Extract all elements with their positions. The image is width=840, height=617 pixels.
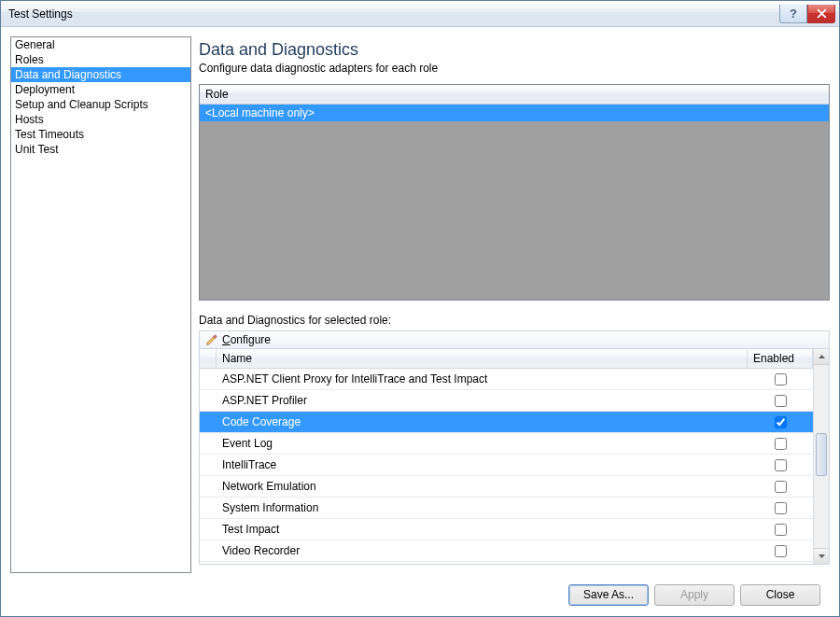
adapter-enabled-cell bbox=[748, 438, 813, 450]
titlebar[interactable]: Test Settings ? bbox=[1, 1, 839, 27]
main-panel: Data and Diagnostics Configure data diag… bbox=[199, 36, 830, 573]
adapters-grid: Name Enabled ASP.NET Client Proxy for In… bbox=[199, 348, 830, 565]
adapter-name: Video Recorder bbox=[217, 544, 748, 557]
configure-button[interactable]: Configure bbox=[222, 333, 271, 346]
adapter-enabled-cell bbox=[748, 545, 813, 557]
adapter-row[interactable]: Video Recorder bbox=[200, 540, 813, 562]
adapter-enabled-checkbox[interactable] bbox=[775, 502, 787, 514]
adapter-enabled-cell bbox=[748, 373, 813, 386]
page-subtitle: Configure data diagnostic adapters for e… bbox=[199, 62, 830, 75]
dialog-footer: Save As... Apply Close bbox=[10, 573, 830, 616]
pencil-icon bbox=[205, 333, 218, 346]
adapter-row[interactable]: Network Emulation bbox=[200, 476, 813, 498]
help-button[interactable]: ? bbox=[779, 5, 807, 23]
adapter-row[interactable]: ASP.NET Profiler bbox=[200, 390, 813, 412]
window-title: Test Settings bbox=[8, 7, 779, 21]
main-header: Data and Diagnostics Configure data diag… bbox=[199, 36, 830, 84]
close-button[interactable]: Close bbox=[740, 584, 820, 606]
adapter-enabled-checkbox[interactable] bbox=[775, 373, 787, 386]
grid-corner bbox=[200, 349, 217, 368]
scrollbar-thumb[interactable] bbox=[816, 433, 827, 476]
apply-button[interactable]: Apply bbox=[654, 584, 735, 606]
adapter-enabled-checkbox[interactable] bbox=[775, 438, 787, 450]
content-split: GeneralRolesData and DiagnosticsDeployme… bbox=[10, 36, 830, 573]
adapter-row[interactable]: Test Impact bbox=[200, 519, 813, 540]
dialog-window: Test Settings ? GeneralRolesData and Dia… bbox=[0, 0, 840, 617]
adapter-enabled-checkbox[interactable] bbox=[775, 481, 787, 493]
nav-item-setup-and-cleanup-scripts[interactable]: Setup and Cleanup Scripts bbox=[11, 97, 190, 112]
scroll-up-button[interactable] bbox=[814, 349, 829, 365]
column-enabled[interactable]: Enabled bbox=[748, 349, 813, 368]
adapter-name: ASP.NET Client Proxy for IntelliTrace an… bbox=[217, 372, 748, 386]
nav-item-deployment[interactable]: Deployment bbox=[11, 82, 190, 97]
adapter-name: IntelliTrace bbox=[217, 458, 748, 471]
adapter-enabled-checkbox[interactable] bbox=[775, 395, 787, 407]
adapter-row[interactable]: ASP.NET Client Proxy for IntelliTrace an… bbox=[200, 369, 813, 390]
adapter-row[interactable]: System Information bbox=[200, 498, 813, 519]
adapters-grid-inner: Name Enabled ASP.NET Client Proxy for In… bbox=[200, 349, 813, 564]
adapter-name: Test Impact bbox=[217, 523, 748, 536]
adapter-enabled-cell bbox=[748, 502, 813, 514]
adapter-enabled-checkbox[interactable] bbox=[775, 459, 787, 471]
close-window-button[interactable] bbox=[807, 5, 835, 23]
vertical-scrollbar[interactable] bbox=[813, 349, 829, 564]
adapter-enabled-cell bbox=[748, 416, 813, 428]
grid-header: Name Enabled bbox=[200, 349, 813, 369]
adapter-row[interactable]: Code Coverage bbox=[200, 412, 813, 433]
adapter-enabled-cell bbox=[748, 459, 813, 471]
nav-item-hosts[interactable]: Hosts bbox=[11, 112, 190, 127]
nav-item-data-and-diagnostics[interactable]: Data and Diagnostics bbox=[11, 67, 190, 82]
adapter-name: Network Emulation bbox=[217, 480, 748, 493]
chevron-up-icon bbox=[819, 355, 825, 358]
nav-item-general[interactable]: General bbox=[11, 37, 190, 52]
role-column-header[interactable]: Role bbox=[200, 85, 829, 105]
titlebar-buttons: ? bbox=[779, 5, 835, 23]
adapters-section-label: Data and Diagnostics for selected role: bbox=[199, 314, 830, 327]
save-as-button[interactable]: Save As... bbox=[568, 584, 649, 606]
adapter-enabled-cell bbox=[748, 524, 813, 536]
grid-body: ASP.NET Client Proxy for IntelliTrace an… bbox=[200, 369, 813, 562]
adapter-row[interactable]: IntelliTrace bbox=[200, 455, 813, 476]
adapter-name: Code Coverage bbox=[217, 415, 748, 428]
page-title: Data and Diagnostics bbox=[199, 40, 830, 60]
adapter-name: ASP.NET Profiler bbox=[217, 394, 748, 407]
scroll-down-button[interactable] bbox=[814, 548, 829, 564]
close-icon bbox=[817, 8, 827, 19]
adapter-enabled-cell bbox=[748, 481, 813, 493]
adapter-row[interactable]: Event Log bbox=[200, 433, 813, 455]
client-area: GeneralRolesData and DiagnosticsDeployme… bbox=[1, 27, 839, 616]
role-list: Role <Local machine only> bbox=[199, 84, 830, 301]
nav-item-roles[interactable]: Roles bbox=[11, 52, 190, 67]
nav-item-test-timeouts[interactable]: Test Timeouts bbox=[11, 127, 190, 142]
configure-toolbar: Configure bbox=[199, 330, 830, 348]
category-list[interactable]: GeneralRolesData and DiagnosticsDeployme… bbox=[10, 36, 191, 573]
chevron-down-icon bbox=[819, 554, 825, 558]
help-icon: ? bbox=[790, 7, 797, 21]
adapter-enabled-cell bbox=[748, 395, 813, 407]
role-row-selected[interactable]: <Local machine only> bbox=[200, 105, 829, 121]
adapter-name: System Information bbox=[217, 501, 748, 514]
adapter-enabled-checkbox[interactable] bbox=[775, 545, 787, 557]
adapter-enabled-checkbox[interactable] bbox=[775, 524, 787, 536]
nav-item-unit-test[interactable]: Unit Test bbox=[11, 142, 190, 157]
adapter-enabled-checkbox[interactable] bbox=[775, 416, 787, 428]
column-name[interactable]: Name bbox=[217, 349, 748, 368]
adapter-name: Event Log bbox=[217, 437, 748, 450]
